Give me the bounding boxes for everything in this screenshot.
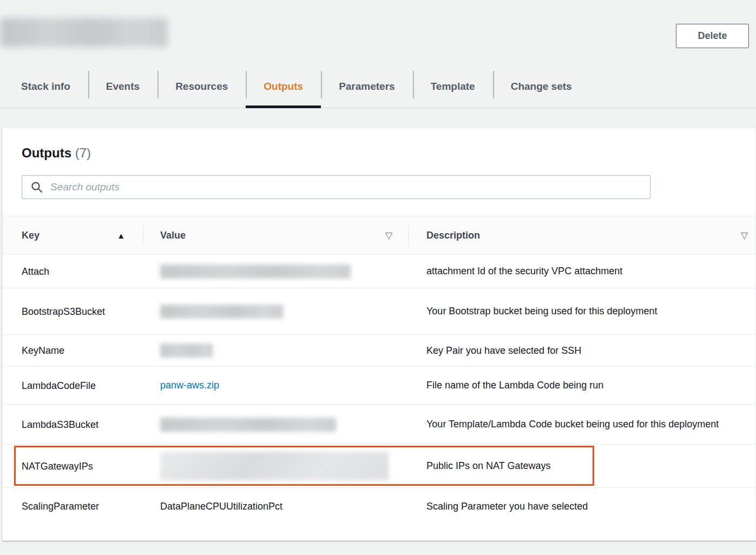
column-header-key-label: Key <box>22 230 40 241</box>
redacted-value-blob <box>160 305 283 319</box>
output-value-redacted <box>143 265 409 279</box>
search-input[interactable] <box>22 175 650 199</box>
column-header-description[interactable]: Description ▽ <box>409 216 755 254</box>
output-key: NATGatewayIPs <box>3 458 143 474</box>
tab-resources[interactable]: Resources <box>157 65 246 108</box>
table-row: LambdaS3Bucket Your Template/Lambda Code… <box>3 405 755 445</box>
column-header-key[interactable]: Key ▲ <box>3 216 143 254</box>
redacted-value-blob <box>160 452 389 480</box>
panel-title-count: (7) <box>75 146 91 160</box>
tab-stack-info[interactable]: Stack info <box>0 65 88 108</box>
tab-parameters[interactable]: Parameters <box>321 65 413 108</box>
outputs-panel: Outputs (7) Key ▲ Value ▽ Descr <box>2 128 756 541</box>
output-description: Your Bootstrap bucket being used for thi… <box>409 303 755 320</box>
value-link[interactable]: panw-aws.zip <box>160 380 219 391</box>
output-description: File name of the Lambda Code being run <box>409 377 755 394</box>
table-row-highlighted: NATGatewayIPs Public IPs on NAT Gateways <box>3 445 755 488</box>
sort-ascending-icon[interactable]: ▲ <box>117 231 125 240</box>
tab-template[interactable]: Template <box>413 65 493 108</box>
tab-change-sets[interactable]: Change sets <box>493 65 590 108</box>
output-key: ScalingParameter <box>3 498 143 514</box>
filter-icon[interactable]: ▽ <box>741 230 748 241</box>
table-row: LambdaCodeFile panw-aws.zip File name of… <box>3 367 755 405</box>
column-header-value-label: Value <box>160 230 186 241</box>
tab-bar: Stack info Events Resources Outputs Para… <box>0 65 756 108</box>
table-row: BootstrapS3Bucket Your Bootstrap bucket … <box>3 288 755 335</box>
output-value-redacted <box>143 452 409 480</box>
output-key: BootstrapS3Bucket <box>3 303 143 320</box>
output-description: attachment Id of the security VPC attach… <box>409 263 755 280</box>
output-value-redacted <box>143 305 409 319</box>
table-row: KeyName Key Pair you have selected for S… <box>3 335 755 367</box>
output-key: KeyName <box>3 342 143 359</box>
output-key: LambdaCodeFile <box>3 378 143 394</box>
output-key: Attach <box>3 263 143 280</box>
column-header-value[interactable]: Value ▽ <box>143 216 409 254</box>
output-key: LambdaS3Bucket <box>3 417 143 433</box>
table-row: ScalingParameter DataPlaneCPUUtilization… <box>3 488 755 525</box>
delete-button[interactable]: Delete <box>676 24 749 48</box>
output-value: panw-aws.zip <box>143 380 409 391</box>
output-description: Key Pair you have selected for SSH <box>409 342 755 359</box>
panel-title: Outputs (7) <box>22 146 755 161</box>
tab-outputs[interactable]: Outputs <box>246 65 321 108</box>
panel-title-text: Outputs <box>22 146 71 160</box>
filter-icon[interactable]: ▽ <box>385 230 392 241</box>
output-description: Your Template/Lambda Code bucket being u… <box>409 416 755 433</box>
output-description: Scaling Parameter you have selected <box>409 498 755 515</box>
table-row: Attach attachment Id of the security VPC… <box>3 255 755 288</box>
output-value: DataPlaneCPUUtilizationPct <box>143 501 409 512</box>
table-header-row: Key ▲ Value ▽ Description ▽ <box>3 216 755 255</box>
redacted-value-blob <box>160 418 336 432</box>
redacted-value-blob <box>160 343 213 358</box>
outputs-table: Key ▲ Value ▽ Description ▽ Attach attac… <box>3 216 755 525</box>
output-value-redacted <box>143 418 409 432</box>
tab-events[interactable]: Events <box>88 65 157 108</box>
redacted-value-blob <box>160 265 351 279</box>
output-description: Public IPs on NAT Gateways <box>409 458 755 474</box>
column-header-description-label: Description <box>426 230 480 241</box>
stack-name-redacted <box>0 18 168 47</box>
output-value-redacted <box>143 343 409 358</box>
